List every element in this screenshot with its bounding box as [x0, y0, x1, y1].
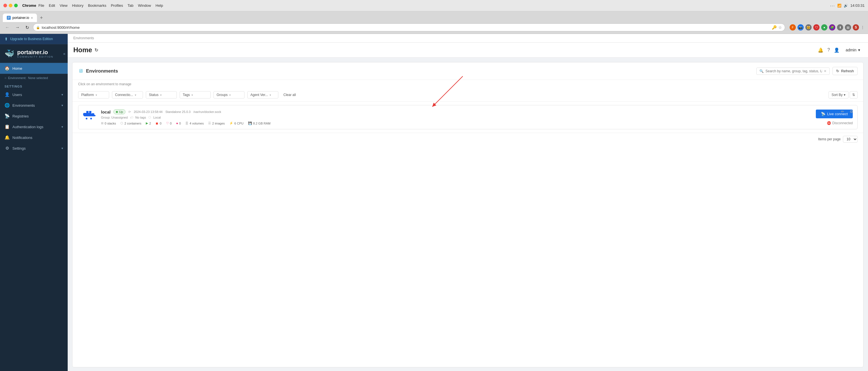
sidebar-item-environments[interactable]: 🌐 Environments ▾ — [0, 100, 68, 111]
sidebar-item-notifications[interactable]: 🔔 Notifications — [0, 132, 68, 143]
volume-icon: 🔊 — [844, 4, 848, 8]
environment-selector[interactable]: ○ Environment: None selected — [0, 74, 68, 82]
upgrade-icon: ⬆ — [4, 37, 8, 41]
env-type: Standalone 25.0.3 — [165, 110, 190, 114]
environments-label: Environments — [12, 103, 59, 108]
logo-text: portainer.io COMMUNITY EDITION — [17, 49, 53, 58]
collapse-button[interactable]: « — [63, 51, 65, 56]
forward-button[interactable]: → — [13, 24, 22, 30]
search-box[interactable]: 🔍 ✕ — [756, 67, 830, 75]
more-dots-icon[interactable]: ··· — [830, 3, 835, 8]
ext-shield-icon[interactable]: 🛡 — [813, 24, 819, 30]
profile-avatar[interactable]: S — [853, 24, 859, 30]
env-socket: /var/run/docker.sock — [193, 110, 221, 114]
ext-download-icon[interactable]: ⬇ — [837, 24, 843, 30]
search-input[interactable] — [765, 69, 822, 73]
user-icon[interactable]: 👤 — [834, 48, 839, 53]
reload-button[interactable]: ↻ — [24, 24, 31, 31]
sort-by-chevron-icon: ▾ — [844, 93, 845, 97]
address-bar[interactable]: 🔒 localhost:9000/#!/home 🔑 ☆ — [33, 23, 785, 31]
menu-bookmarks[interactable]: Bookmarks — [88, 3, 106, 8]
containers-value: 2 containers — [124, 122, 141, 125]
ext-cat-icon[interactable]: 🐱 — [805, 24, 812, 30]
star-icon[interactable]: ☆ — [778, 25, 782, 30]
healthy-icon: ♡ — [166, 121, 169, 125]
refresh-button[interactable]: ↻ Refresh — [833, 67, 858, 75]
wifi-icon: 📶 — [837, 4, 841, 8]
menu-window[interactable]: Window — [138, 3, 151, 8]
env-name: local — [101, 110, 111, 114]
browser-more-button[interactable]: ⋮ — [861, 25, 865, 30]
help-icon[interactable]: ? — [827, 48, 830, 53]
ext-puzzle-icon[interactable]: 🧩 — [829, 24, 835, 30]
pagination-row: Items per page 10 25 50 — [72, 133, 863, 145]
ext-photo-icon[interactable]: 📷 — [798, 24, 804, 30]
stat-images: ☰ 2 images — [208, 121, 225, 125]
live-connect-button[interactable]: 📡 Live connect — [816, 110, 853, 118]
stat-ram: 💾 8.2 GB RAM — [248, 121, 271, 125]
env-edit-icon[interactable]: ✏ — [841, 109, 844, 114]
sidebar-item-users[interactable]: 👤 Users ▾ — [0, 89, 68, 100]
menu-edit[interactable]: Edit — [49, 3, 55, 8]
upgrade-banner[interactable]: ⬆ Upgrade to Business Edition — [0, 34, 68, 44]
users-chevron-icon: ▾ — [61, 93, 63, 96]
lock-icon: 🔒 — [36, 26, 40, 29]
tab-close-icon[interactable]: ✕ — [31, 17, 33, 20]
registries-label: Registries — [12, 114, 63, 118]
connection-filter[interactable]: Connectio... ▾ — [112, 91, 143, 98]
click-hint: Click on an environment to manage — [72, 80, 863, 88]
minimize-button[interactable] — [9, 4, 12, 7]
page-title-area: Home ↻ — [73, 46, 98, 54]
sort-by-label: Sort By — [832, 93, 843, 97]
notification-bell-icon[interactable]: 🔔 — [818, 48, 824, 53]
sort-direction-button[interactable]: ⇅ — [850, 91, 858, 98]
menu-tab[interactable]: Tab — [127, 3, 133, 8]
tab-label: portainer.io — [12, 16, 29, 20]
sidebar-item-auth-logs[interactable]: 📋 Authentication logs ▾ — [0, 121, 68, 132]
sidebar-item-registries[interactable]: 📡 Registries — [0, 111, 68, 121]
groups-filter[interactable]: Groups ▾ — [214, 91, 245, 98]
sidebar-item-settings[interactable]: ⚙ Settings ▾ — [0, 143, 68, 153]
items-per-page-select[interactable]: 10 25 50 — [843, 136, 858, 143]
key-icon[interactable]: 🔑 — [772, 25, 777, 30]
clear-all-button[interactable]: Clear all — [281, 91, 298, 98]
env-update-icon: ⟳ — [128, 110, 131, 114]
settings-chevron-icon: ▾ — [61, 146, 63, 150]
sort-by-button[interactable]: Sort By ▾ — [829, 91, 848, 98]
search-clear-icon[interactable]: ✕ — [824, 69, 827, 73]
platform-filter[interactable]: Platform ▾ — [78, 91, 109, 98]
agent-ver-chevron-icon: ▾ — [270, 93, 271, 96]
menu-history[interactable]: History — [72, 3, 83, 8]
env-status-badge: Up — [113, 109, 125, 114]
maximize-button[interactable] — [14, 4, 18, 7]
agent-ver-filter-label: Agent Ver... — [250, 93, 268, 97]
tab-favicon: P — [7, 16, 11, 20]
menu-view[interactable]: View — [60, 3, 67, 8]
env-local-separator: ⬡ — [148, 115, 151, 119]
ext-sidebar-icon[interactable]: ▤ — [845, 24, 851, 30]
new-tab-button[interactable]: + — [38, 14, 44, 22]
agent-ver-filter[interactable]: Agent Ver... ▾ — [247, 91, 278, 98]
titlebar: Chrome File Edit View History Bookmarks … — [0, 0, 868, 11]
active-tab[interactable]: P portainer.io ✕ — [3, 13, 37, 22]
menu-help[interactable]: Help — [156, 3, 163, 8]
admin-menu-button[interactable]: admin ▾ — [843, 47, 862, 53]
back-button[interactable]: ← — [3, 24, 11, 30]
status-filter[interactable]: Status ▾ — [146, 91, 177, 98]
env-card-wrapper: local Up ⟳ 2024-03-23 13:58:44 Standalon… — [72, 105, 863, 129]
stat-cpu: ⚡ 6 CPU — [229, 121, 243, 125]
logo-area: 🐳 portainer.io COMMUNITY EDITION « — [0, 44, 68, 63]
page-refresh-icon[interactable]: ↻ — [94, 48, 98, 53]
menu-profiles[interactable]: Profiles — [111, 3, 123, 8]
sidebar-item-home[interactable]: 🏠 Home — [0, 63, 68, 74]
svg-point-7 — [90, 118, 92, 119]
env-settings-icon[interactable]: ⚙ — [850, 109, 853, 114]
ext-circle-icon[interactable]: ● — [821, 24, 827, 30]
menu-file[interactable]: File — [38, 3, 44, 8]
close-button[interactable] — [3, 4, 7, 7]
tags-filter[interactable]: Tags ▾ — [180, 91, 211, 98]
ext-firefox-icon[interactable]: F — [789, 24, 796, 30]
environment-card-local[interactable]: local Up ⟳ 2024-03-23 13:58:44 Standalon… — [78, 105, 858, 129]
settings-section-label: Settings — [0, 82, 68, 89]
items-per-page-label: Items per page — [818, 137, 841, 141]
